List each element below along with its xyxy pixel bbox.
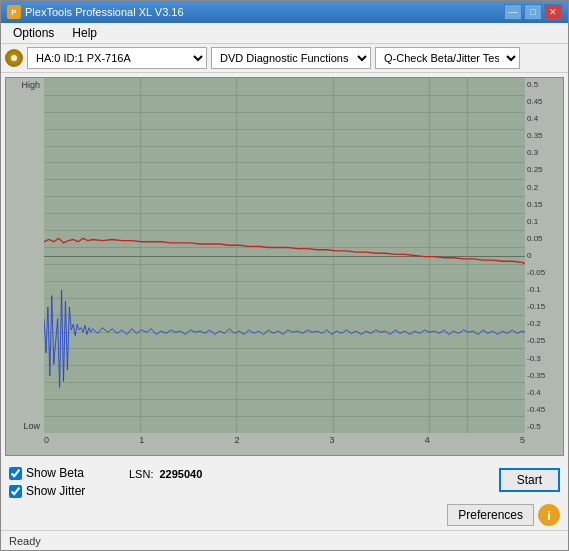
chart-area: High Low [5, 77, 564, 456]
y-low-label: Low [8, 421, 42, 431]
yr-0.2: 0.2 [527, 183, 540, 192]
yr-0.45: 0.45 [527, 97, 545, 106]
show-beta-row: Show Beta [9, 466, 109, 480]
title-bar-controls: — □ ✕ [504, 4, 562, 20]
show-beta-checkbox[interactable] [9, 467, 22, 480]
start-button[interactable]: Start [499, 468, 560, 492]
y-axis-right: 0.5 0.45 0.4 0.35 0.3 0.25 0.2 0.15 0.1 … [525, 78, 563, 433]
lsn-label: LSN: [129, 468, 153, 480]
yr--0.45: -0.45 [527, 405, 547, 414]
yr-0.3: 0.3 [527, 148, 540, 157]
toolbar: HA:0 ID:1 PX-716A DVD Diagnostic Functio… [1, 44, 568, 73]
x-axis: 0 1 2 3 4 5 [44, 433, 525, 455]
function-select[interactable]: DVD Diagnostic Functions [211, 47, 371, 69]
chart-inner: High Low [6, 78, 563, 455]
yr-0: 0 [527, 251, 533, 260]
show-jitter-row: Show Jitter [9, 484, 109, 498]
app-icon: P [7, 5, 21, 19]
x-label-1: 1 [139, 435, 144, 445]
yr--0.05: -0.05 [527, 268, 547, 277]
y-axis-left: High Low [6, 78, 44, 433]
chart-svg [44, 78, 525, 433]
x-label-4: 4 [425, 435, 430, 445]
yr--0.5: -0.5 [527, 422, 543, 431]
yr-0.05: 0.05 [527, 234, 545, 243]
status-text: Ready [9, 535, 41, 547]
show-jitter-label: Show Jitter [26, 484, 85, 498]
test-select[interactable]: Q-Check Beta/Jitter Test [375, 47, 520, 69]
preferences-row: Preferences i [1, 502, 568, 530]
main-window: P PlexTools Professional XL V3.16 — □ ✕ … [0, 0, 569, 551]
info-button[interactable]: i [538, 504, 560, 526]
checkboxes-panel: Show Beta Show Jitter [9, 466, 109, 500]
yr--0.4: -0.4 [527, 388, 543, 397]
x-label-5: 5 [520, 435, 525, 445]
yr-0.1: 0.1 [527, 217, 540, 226]
drive-select[interactable]: HA:0 ID:1 PX-716A [27, 47, 207, 69]
y-high-label: High [8, 80, 42, 90]
maximize-button[interactable]: □ [524, 4, 542, 20]
x-label-0: 0 [44, 435, 49, 445]
jitter-line [44, 290, 525, 387]
title-bar: P PlexTools Professional XL V3.16 — □ ✕ [1, 1, 568, 23]
yr-0.5: 0.5 [527, 80, 540, 89]
menu-help[interactable]: Help [64, 24, 105, 42]
menu-options[interactable]: Options [5, 24, 62, 42]
info-icon: i [547, 508, 551, 523]
yr--0.2: -0.2 [527, 319, 543, 328]
minimize-button[interactable]: — [504, 4, 522, 20]
yr--0.3: -0.3 [527, 354, 543, 363]
show-beta-label: Show Beta [26, 466, 84, 480]
yr-0.15: 0.15 [527, 200, 545, 209]
status-bar: Ready [1, 530, 568, 550]
yr--0.15: -0.15 [527, 302, 547, 311]
yr-0.4: 0.4 [527, 114, 540, 123]
yr--0.25: -0.25 [527, 336, 547, 345]
beta-line [44, 238, 525, 263]
x-label-2: 2 [234, 435, 239, 445]
lsn-panel: LSN: 2295040 [129, 468, 202, 480]
close-button[interactable]: ✕ [544, 4, 562, 20]
lsn-value: 2295040 [159, 468, 202, 480]
yr--0.35: -0.35 [527, 371, 547, 380]
yr-0.35: 0.35 [527, 131, 545, 140]
yr--0.1: -0.1 [527, 285, 543, 294]
title-bar-text: PlexTools Professional XL V3.16 [25, 6, 504, 18]
drive-icon [5, 49, 23, 67]
menu-bar: Options Help [1, 23, 568, 44]
chart-plot [44, 78, 525, 433]
show-jitter-checkbox[interactable] [9, 485, 22, 498]
x-label-3: 3 [330, 435, 335, 445]
app-icon-letter: P [11, 8, 16, 17]
yr-0.25: 0.25 [527, 165, 545, 174]
preferences-button[interactable]: Preferences [447, 504, 534, 526]
